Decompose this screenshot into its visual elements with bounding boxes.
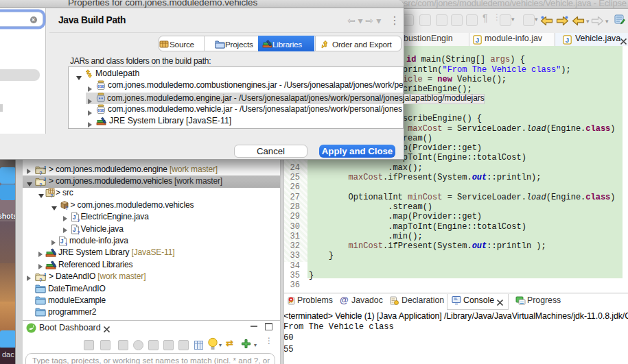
svg-text:J: J <box>72 214 75 221</box>
svg-text:?: ? <box>39 277 43 282</box>
svg-text:?: ? <box>39 181 43 186</box>
svg-text:?: ? <box>50 193 54 197</box>
svg-text:010: 010 <box>97 108 104 112</box>
svg-text:?: ? <box>77 230 80 234</box>
svg-text:?: ? <box>65 242 68 246</box>
svg-text:J: J <box>476 36 479 43</box>
svg-text:?: ? <box>77 218 80 222</box>
svg-text:J: J <box>566 36 569 43</box>
svg-text:010: 010 <box>97 84 104 88</box>
svg-text:J: J <box>43 177 46 182</box>
svg-text:?: ? <box>39 169 43 175</box>
svg-text:J: J <box>72 226 75 232</box>
svg-text:?: ? <box>65 205 69 210</box>
svg-text:J: J <box>60 237 64 244</box>
svg-text:J: J <box>43 165 46 170</box>
svg-text:J: J <box>43 272 46 277</box>
